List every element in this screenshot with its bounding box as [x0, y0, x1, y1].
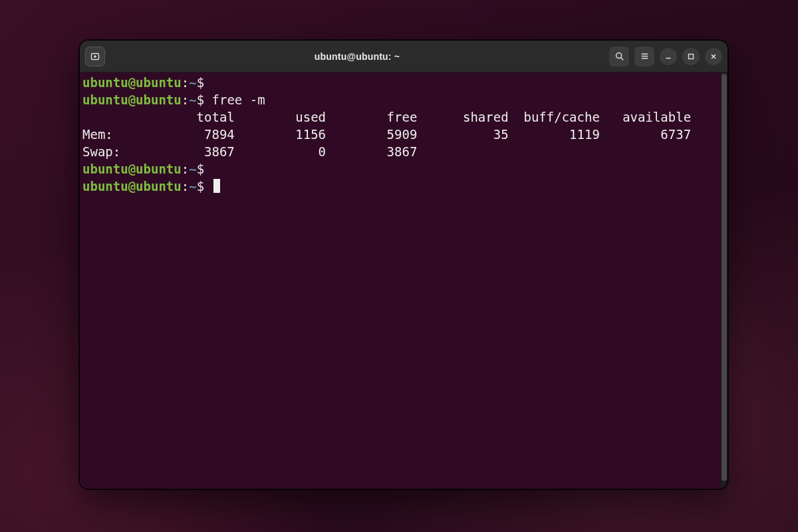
window-title: ubuntu@ubuntu: ~ [116, 51, 598, 62]
cursor [213, 179, 220, 193]
close-icon [710, 53, 718, 61]
search-button[interactable] [609, 47, 629, 66]
svg-point-3 [616, 53, 621, 59]
new-tab-icon [90, 51, 100, 62]
hamburger-icon [640, 51, 650, 61]
new-tab-button[interactable] [85, 47, 105, 66]
minimize-button[interactable] [660, 48, 677, 65]
terminal-window: ubuntu@ubuntu: ~ [79, 40, 728, 489]
search-icon [614, 51, 624, 61]
terminal-line: ubuntu@ubuntu:~$ [82, 178, 721, 195]
terminal-line: Swap: 3867 0 3867 [82, 143, 721, 160]
menu-button[interactable] [634, 47, 654, 66]
terminal-line: total used free shared buff/cache availa… [82, 108, 721, 126]
terminal-output[interactable]: ubuntu@ubuntu:~$ ubuntu@ubuntu:~$ free -… [80, 72, 721, 489]
svg-rect-9 [689, 54, 694, 59]
maximize-icon [687, 53, 695, 61]
svg-line-4 [620, 58, 623, 61]
maximize-button[interactable] [682, 48, 700, 65]
terminal-line: ubuntu@ubuntu:~$ [82, 74, 721, 91]
terminal-line: Mem: 7894 1156 5909 35 1119 6737 [82, 126, 721, 143]
terminal-area: ubuntu@ubuntu:~$ ubuntu@ubuntu:~$ free -… [80, 72, 728, 489]
scrollbar-thumb[interactable] [722, 74, 727, 481]
close-button[interactable] [705, 48, 722, 65]
minimize-icon [664, 53, 672, 61]
terminal-line: ubuntu@ubuntu:~$ free -m [82, 91, 721, 108]
titlebar[interactable]: ubuntu@ubuntu: ~ [80, 41, 728, 72]
terminal-line: ubuntu@ubuntu:~$ [82, 160, 721, 178]
scrollbar[interactable] [721, 72, 728, 489]
